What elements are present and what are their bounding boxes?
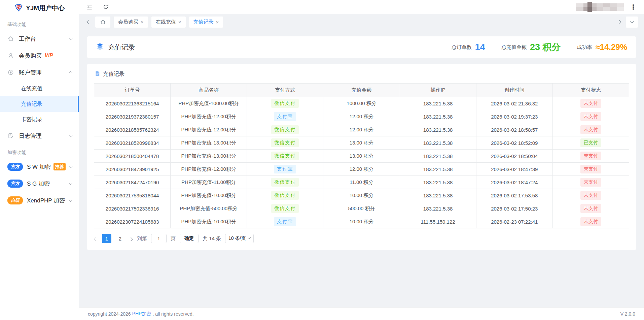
sidebar-item-label: 工作台 <box>19 35 36 43</box>
sidebar-subitem-card-records[interactable]: 卡密记录 <box>0 112 79 127</box>
cell-ip: 183.221.5.38 <box>400 176 476 189</box>
stat-total-amount: 总充值金额 23 积分 <box>501 41 561 53</box>
next-page-icon[interactable] <box>129 236 133 242</box>
page-button-1[interactable]: 1 <box>102 234 111 243</box>
table-row: 2026030218472470190 PHP加密充值-11.00积分 微信支付… <box>94 176 629 189</box>
status-badge: 未支付 <box>580 99 601 108</box>
pay-method-badge: 微信支付 <box>271 191 299 200</box>
sidebar-item-label: XendPHP 加密 <box>27 197 65 204</box>
collapse-sidebar-icon[interactable] <box>86 3 93 11</box>
cell-time: 2026-03-02 18:50:04 <box>476 150 552 163</box>
column-header: 创建时间 <box>476 84 552 97</box>
cell-order: 2026030218520998834 <box>94 136 171 150</box>
cell-product: PHP加密充值-13.00积分 <box>171 136 247 150</box>
app-root: YJ YJM用户中心 基础功能 工作台 会员购买 VIP 账户管理 <box>0 0 644 320</box>
document-icon <box>95 71 100 78</box>
tabs-scroll-left-icon[interactable] <box>85 21 92 23</box>
cell-time: 2026-03-02 18:58:57 <box>476 123 552 136</box>
sidebar-subitem-recharge-records[interactable]: 充值记录 <box>0 96 79 112</box>
sidebar-item-sw-encrypt[interactable]: 官方 S W 加密 推荐 <box>0 158 79 175</box>
php-encrypt-link[interactable]: PHP加密 <box>132 311 151 317</box>
cell-product: PHP加密充值-12.00积分 <box>171 163 247 176</box>
sidebar-item-workbench[interactable]: 工作台 <box>0 30 79 47</box>
cell-product: PHP加密充值-500.00积分 <box>171 202 247 215</box>
version-label: V 2.0.0 <box>620 311 635 317</box>
tab-recharge-records[interactable]: 充值记录 × <box>189 17 223 28</box>
status-badge: 未支付 <box>580 191 601 200</box>
cell-amount: 10.00 积分 <box>323 189 400 202</box>
sidebar-item-sg-encrypt[interactable]: 官方 S G 加密 <box>0 175 79 192</box>
tab-home[interactable] <box>95 17 110 28</box>
svg-text:YJ: YJ <box>17 5 21 8</box>
cell-amount: 1000.00 积分 <box>323 97 400 110</box>
cell-product: PHP加密充值-12.00积分 <box>171 123 247 136</box>
cell-ip: 183.221.5.38 <box>400 97 476 110</box>
sidebar-item-log-mgmt[interactable]: 日志管理 <box>0 127 79 144</box>
sidebar: YJ YJM用户中心 基础功能 工作台 会员购买 VIP 账户管理 <box>0 0 79 320</box>
sidebar-item-xendphp-encrypt[interactable]: 自研 XendPHP 加密 <box>0 192 79 209</box>
layers-icon <box>96 42 104 52</box>
cell-order: 2026030217502338916 <box>94 202 171 215</box>
close-icon[interactable]: × <box>178 20 181 25</box>
column-header: 商品名称 <box>171 84 247 97</box>
page-button-2[interactable]: 2 <box>115 234 125 243</box>
recommend-badge: 推荐 <box>53 163 66 170</box>
close-icon[interactable]: × <box>141 20 144 25</box>
refresh-icon[interactable] <box>102 3 109 11</box>
user-info-censored[interactable] <box>576 2 624 12</box>
sidebar-subitem-online-recharge[interactable]: 在线充值 <box>0 81 79 96</box>
cell-order: 2026030221363215164 <box>94 97 171 110</box>
chevron-up-icon <box>69 71 72 75</box>
chevron-down-icon <box>69 36 72 40</box>
tab-member-buy[interactable]: 会员购买 × <box>114 17 148 28</box>
logo-row: YJ YJM用户中心 <box>0 0 79 16</box>
cell-time: 2026-03-02 18:47:24 <box>476 176 552 189</box>
submenu-label: 在线充值 <box>21 85 42 92</box>
prev-page-icon[interactable] <box>94 236 98 242</box>
settings-icon <box>7 69 14 76</box>
status-badge: 未支付 <box>580 204 601 213</box>
sidebar-item-label: 会员购买 <box>19 52 42 60</box>
status-badge: 未支付 <box>580 112 601 121</box>
sidebar-item-label: 账户管理 <box>19 69 42 76</box>
tab-label: 会员购买 <box>118 19 138 25</box>
goto-page-input[interactable] <box>151 234 167 243</box>
cell-product: PHP加密充值-12.00积分 <box>171 110 247 123</box>
submenu-label: 卡密记录 <box>21 116 42 123</box>
sidebar-item-account-mgmt[interactable]: 账户管理 <box>0 64 79 81</box>
home-icon <box>7 35 14 42</box>
page-size-value: 10 条/页 <box>228 235 246 242</box>
page-size-select[interactable]: 10 条/页 <box>225 234 254 243</box>
pay-method-badge: 微信支付 <box>271 138 299 147</box>
column-header: 支付方式 <box>247 84 323 97</box>
tabs-dropdown-button[interactable] <box>626 17 638 28</box>
cell-amount: 10.00 积分 <box>323 215 400 228</box>
sidebar-item-member-buy[interactable]: 会员购买 VIP <box>0 47 79 64</box>
pagination: 1 2 到第 页 确定 共 14 条 10 条/页 <box>94 234 629 243</box>
copyright-suffix: . all rights reserved. <box>152 311 193 317</box>
pay-method-badge: 微信支付 <box>271 204 299 213</box>
cell-order: 2026022307224105683 <box>94 215 171 228</box>
status-badge: 未支付 <box>580 165 601 173</box>
confirm-button[interactable]: 确定 <box>180 234 199 243</box>
cell-product: PHP加密充值-10.00积分 <box>171 189 247 202</box>
pay-method-badge: 微信支付 <box>271 178 299 187</box>
stats-group: 总订单数 14 总充值金额 23 积分 成功率 ≈14.29% <box>452 41 627 53</box>
official-badge: 官方 <box>7 180 23 188</box>
cell-amount: 500.00 积分 <box>323 202 400 215</box>
tab-online-recharge[interactable]: 在线充值 × <box>151 17 186 28</box>
cell-product: PHP加密充值-10.00积分 <box>171 215 247 228</box>
tab-label: 在线充值 <box>156 19 176 25</box>
cell-product: PHP加密充值-1000.00积分 <box>171 97 247 110</box>
pay-method-badge: 支付宝 <box>274 112 296 121</box>
status-badge: 已支付 <box>580 138 601 147</box>
topbar: ⋮ <box>79 0 644 14</box>
more-menu-icon[interactable]: ⋮ <box>629 4 638 10</box>
tabs-scroll-right-icon[interactable] <box>616 21 622 23</box>
chevron-down-icon <box>69 181 72 185</box>
vip-badge: VIP <box>44 53 53 59</box>
stat-value: 14 <box>475 42 485 53</box>
sidebar-section-basic: 基础功能 <box>0 16 79 30</box>
close-icon[interactable]: × <box>216 20 219 25</box>
cell-order: 2026030219372380157 <box>94 110 171 123</box>
